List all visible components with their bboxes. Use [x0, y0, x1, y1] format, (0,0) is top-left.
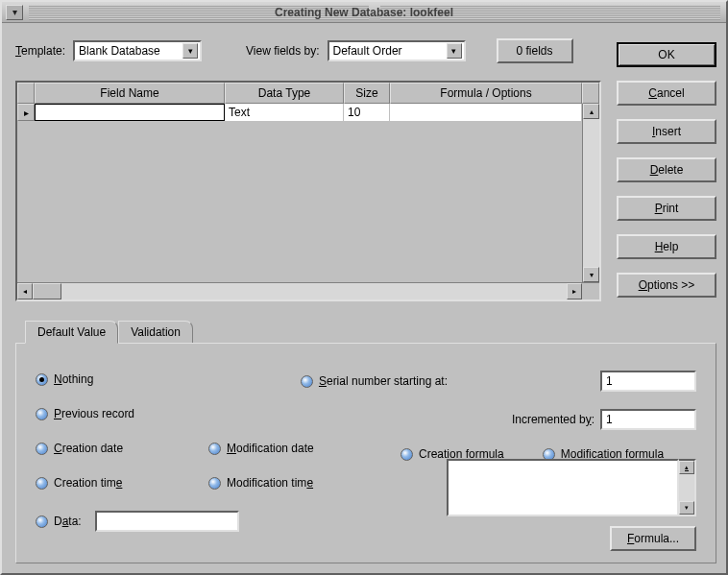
- dialog-body: Template: Blank Database View fields by:…: [2, 23, 726, 573]
- radio-modification-time[interactable]: Modification time: [208, 476, 313, 490]
- data-input[interactable]: [95, 511, 239, 532]
- template-value: Blank Database: [79, 44, 160, 58]
- scroll-thumb[interactable]: [33, 283, 61, 299]
- scroll-down-icon[interactable]: ▾: [679, 501, 694, 515]
- scroll-up-icon[interactable]: ▴: [583, 104, 599, 119]
- radio-serial[interactable]: Serial number starting at:: [301, 374, 448, 388]
- tab-default-value[interactable]: Default Value: [25, 321, 118, 344]
- incremented-input[interactable]: [600, 409, 696, 430]
- template-select[interactable]: Blank Database: [73, 40, 202, 61]
- horizontal-scrollbar[interactable]: ◂ ▸: [17, 282, 599, 299]
- tab-validation[interactable]: Validation: [118, 321, 193, 343]
- cancel-button[interactable]: Cancel: [617, 81, 716, 106]
- formula-textarea[interactable]: [447, 459, 679, 516]
- col-data-type[interactable]: Data Type: [225, 83, 344, 104]
- titlebar: Creating New Database: lookfeel: [2, 2, 726, 23]
- vertical-scrollbar[interactable]: ▴ ▾: [582, 104, 599, 282]
- delete-button[interactable]: Delete: [617, 157, 716, 182]
- table-body: Text 10 ▴ ▾: [17, 104, 599, 282]
- radio-icon: [208, 477, 221, 490]
- table-header: Field Name Data Type Size Formula / Opti…: [17, 83, 599, 104]
- template-label: Template:: [15, 44, 65, 58]
- col-formula[interactable]: Formula / Options: [390, 83, 582, 104]
- radio-icon: [36, 477, 48, 490]
- scroll-track[interactable]: [679, 474, 694, 501]
- tabs-bar: Default Value Validation: [25, 321, 716, 343]
- radio-icon: [301, 375, 313, 388]
- tab-panel-default-value: Nothing Previous record Creation date: [15, 343, 716, 563]
- system-menu-icon[interactable]: [6, 5, 23, 20]
- radio-icon: [400, 448, 413, 461]
- radio-icon: [36, 373, 48, 386]
- dialog-window: Creating New Database: lookfeel Template…: [0, 0, 728, 575]
- cell-size[interactable]: 10: [344, 104, 390, 121]
- view-fields-select[interactable]: Default Order: [328, 40, 466, 61]
- scroll-up-icon[interactable]: ▴: [679, 461, 694, 474]
- col-field-name[interactable]: Field Name: [35, 83, 225, 104]
- scroll-left-icon[interactable]: ◂: [17, 283, 33, 299]
- ok-button[interactable]: OK: [617, 42, 716, 67]
- insert-button[interactable]: Insert: [617, 119, 716, 144]
- textarea-scrollbar[interactable]: ▴ ▾: [679, 459, 696, 516]
- col-size[interactable]: Size: [344, 83, 390, 104]
- window-title: Creating New Database: lookfeel: [267, 6, 461, 19]
- radio-previous-record[interactable]: Previous record: [36, 407, 381, 420]
- table-row[interactable]: Text 10: [17, 104, 582, 121]
- cell-formula[interactable]: [390, 104, 582, 121]
- tabs-container: Default Value Validation Nothing Previou…: [15, 321, 716, 565]
- row-indicator-header: [17, 83, 35, 104]
- options-button[interactable]: Options >>: [617, 273, 716, 298]
- formula-textarea-wrap: ▴ ▾: [447, 459, 696, 516]
- incremented-label: Incremented by:: [512, 413, 595, 426]
- chevron-down-icon[interactable]: [447, 43, 462, 59]
- top-controls: Template: Blank Database View fields by:…: [15, 38, 716, 63]
- scroll-down-icon[interactable]: ▾: [583, 267, 599, 282]
- view-fields-value: Default Order: [333, 44, 402, 58]
- serial-inputs: Serial number starting at: Incremented b…: [512, 371, 696, 430]
- scroll-corner: [582, 283, 599, 299]
- chevron-down-icon[interactable]: [182, 43, 198, 59]
- serial-start-input[interactable]: [600, 371, 696, 392]
- scroll-track[interactable]: [61, 283, 567, 299]
- table-empty: [17, 121, 582, 282]
- radio-icon: [208, 443, 221, 455]
- print-button[interactable]: Print: [617, 196, 716, 221]
- scroll-header: [582, 83, 599, 104]
- radio-icon: [36, 443, 48, 455]
- current-row-icon: [17, 104, 35, 121]
- action-buttons: OK Cancel Insert Delete Print Help: [617, 81, 716, 301]
- mid-section: Field Name Data Type Size Formula / Opti…: [15, 81, 716, 301]
- radio-modification-date[interactable]: Modification date: [208, 442, 314, 455]
- radio-creation-time[interactable]: Creation time: [36, 476, 170, 490]
- table-rows: Text 10: [17, 104, 582, 282]
- formula-button[interactable]: Formula...: [610, 526, 696, 551]
- fields-table: Field Name Data Type Size Formula / Opti…: [15, 81, 601, 301]
- cell-data-type[interactable]: Text: [225, 104, 344, 121]
- radio-icon: [36, 515, 48, 528]
- fields-count-button[interactable]: 0 fields: [497, 38, 573, 63]
- help-button[interactable]: Help: [617, 234, 716, 259]
- view-fields-label: View fields by:: [246, 44, 319, 58]
- scroll-track[interactable]: [583, 119, 599, 267]
- scroll-right-icon[interactable]: ▸: [567, 283, 582, 299]
- radio-icon: [36, 408, 48, 420]
- radio-creation-date[interactable]: Creation date: [36, 442, 170, 455]
- cell-field-name[interactable]: [35, 104, 225, 121]
- radio-data[interactable]: Data:: [36, 515, 82, 528]
